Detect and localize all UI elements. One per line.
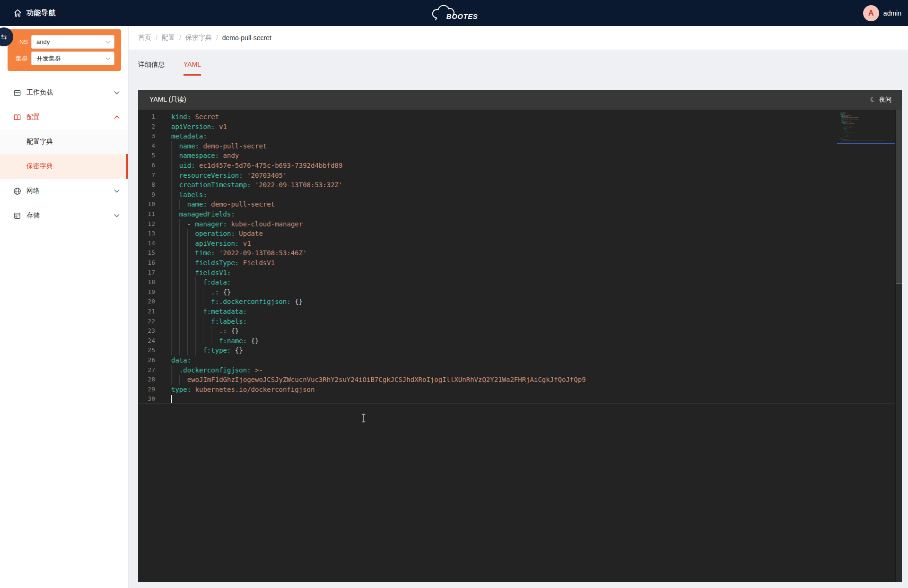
line-number: 27: [138, 365, 155, 375]
line-number: 22: [138, 317, 155, 327]
line-number: 15: [138, 248, 155, 258]
code-lines: 1kind: Secret2apiVersion: v13metadata:4 …: [138, 112, 895, 410]
line-number: 10: [138, 199, 155, 209]
code-line: 8 creationTimestamp: '2022-09-13T08:53:3…: [138, 180, 895, 190]
breadcrumb-current: demo-pull-secret: [222, 34, 271, 42]
code-line: 9 labels:: [138, 190, 895, 200]
sidebar-item-label: 保密字典: [26, 162, 128, 171]
code-line: 24 f:name: {}: [138, 336, 895, 346]
code-line: 25 f:type: {}: [138, 346, 895, 355]
line-number: 28: [138, 375, 155, 385]
sidebar-menu: 工作负载 配置 配置字典 保密字典 网络 存储: [0, 80, 128, 228]
code-line: 19 .: {}: [138, 287, 895, 297]
line-number: 24: [138, 336, 155, 346]
line-number: 7: [138, 171, 155, 181]
line-number: 8: [138, 180, 155, 190]
cluster-select-value: 开发集群: [36, 55, 61, 62]
line-number: 14: [138, 239, 155, 249]
breadcrumb-config[interactable]: 配置: [162, 34, 175, 42]
sidebar-item-label: 配置: [26, 113, 114, 121]
breadcrumb-home[interactable]: 首页: [138, 34, 151, 42]
code-line: 16 fieldsType: FieldsV1: [138, 258, 895, 268]
cluster-select[interactable]: 开发集群: [31, 52, 114, 65]
line-number: 26: [138, 355, 155, 365]
avatar[interactable]: A: [863, 5, 879, 21]
code-line: 14 apiVersion: v1: [138, 239, 895, 249]
sidebar-item-workload[interactable]: 工作负载: [0, 80, 128, 105]
line-number: 29: [138, 385, 155, 395]
storage-icon: [13, 212, 22, 220]
editor-scrollbar[interactable]: [895, 110, 902, 582]
night-mode-label: 夜间: [879, 95, 891, 104]
code-line: 5 namespace: andy: [138, 151, 895, 161]
namespace-select[interactable]: andy: [31, 35, 114, 49]
sidebar-item-label: 工作负载: [26, 88, 114, 97]
line-number: 2: [138, 122, 155, 132]
yaml-editor-panel: YAML (只读) ☾ 夜间 1kind: Secret2apiVersion:…: [138, 90, 902, 582]
code-line: 26data:: [138, 355, 895, 365]
code-line: 11 managedFields:: [138, 209, 895, 219]
sidebar: ⇆ NS andy 集群 开发集群 工作负载 配置: [0, 26, 129, 588]
code-line: 22 f:labels:: [138, 317, 895, 327]
config-submenu: 配置字典 保密字典: [0, 130, 128, 179]
chevron-up-icon: [114, 115, 120, 119]
chevron-down-icon: [105, 57, 111, 61]
line-number: 16: [138, 258, 155, 268]
main-content: 详细信息 YAML YAML (只读) ☾ 夜间 1kind: Secret2a…: [129, 50, 908, 588]
nav-home[interactable]: 功能导航: [13, 0, 56, 26]
line-number: 4: [138, 141, 155, 151]
sidebar-item-label: 配置字典: [26, 138, 128, 146]
sidebar-item-secret[interactable]: 保密字典: [0, 154, 128, 179]
line-number: 21: [138, 307, 155, 317]
line-number: 1: [138, 112, 155, 122]
minimap[interactable]: kind: SecretapiVersion: v1metadata: name…: [837, 112, 895, 155]
sidebar-item-config[interactable]: 配置: [0, 105, 128, 130]
code-line: 15 time: '2022-09-13T08:53:46Z': [138, 248, 895, 258]
workload-icon: [13, 89, 22, 97]
cluster-label: 集群: [8, 54, 31, 63]
code-line: 21 f:metadata:: [138, 307, 895, 317]
chevron-down-icon: [114, 189, 120, 193]
sidebar-item-network[interactable]: 网络: [0, 179, 128, 203]
line-number: 5: [138, 151, 155, 161]
user-menu[interactable]: A admin: [863, 0, 901, 26]
tab-yaml[interactable]: YAML: [183, 61, 201, 76]
code-line: 1kind: Secret: [138, 112, 895, 122]
sidebar-item-storage[interactable]: 存储: [0, 203, 128, 228]
namespace-select-value: andy: [36, 38, 50, 45]
home-icon: [13, 9, 22, 17]
sidebar-item-label: 网络: [26, 187, 114, 195]
top-nav: 功能导航 BOOTES A admin: [0, 0, 908, 26]
detail-tabs: 详细信息 YAML: [129, 50, 908, 76]
sidebar-item-configmap[interactable]: 配置字典: [0, 130, 128, 154]
breadcrumb-separator: /: [156, 34, 157, 42]
scrollbar-thumb[interactable]: [896, 110, 902, 284]
line-number: 25: [138, 346, 155, 355]
code-line: 29type: kubernetes.io/dockerconfigjson: [138, 385, 895, 395]
line-number: 18: [138, 277, 155, 287]
chevron-down-icon: [114, 214, 120, 217]
breadcrumb: 首页 / 配置 / 保密字典 / demo-pull-secret: [129, 26, 908, 50]
nav-title: 功能导航: [26, 9, 56, 17]
line-number: 19: [138, 287, 155, 297]
network-icon: [13, 187, 22, 195]
code-line: 27 .dockerconfigjson: >-: [138, 365, 895, 375]
code-line: 10 name: demo-pull-secret: [138, 199, 895, 209]
logo-text: BOOTES: [446, 12, 478, 20]
code-line: 6 uid: ec1d457e-5d76-475c-b693-7392d4bbf…: [138, 161, 895, 171]
text-caret: [171, 395, 172, 403]
line-number: 12: [138, 219, 155, 229]
breadcrumb-secret-dict[interactable]: 保密字典: [185, 34, 212, 42]
breadcrumb-separator: /: [179, 34, 181, 42]
code-line: 13 operation: Update: [138, 229, 895, 239]
editor-header: YAML (只读) ☾ 夜间: [138, 90, 902, 110]
night-mode-toggle[interactable]: ☾ 夜间: [870, 95, 891, 104]
tab-details[interactable]: 详细信息: [138, 61, 165, 76]
code-line: 23 .: {}: [138, 326, 895, 336]
editor-title: YAML (只读): [149, 95, 186, 104]
line-number: 23: [138, 326, 155, 336]
code-area[interactable]: 1kind: Secret2apiVersion: v13metadata:4 …: [138, 110, 902, 582]
code-line: 30: [138, 394, 895, 404]
line-number: 17: [138, 268, 155, 278]
code-line: 20 f:.dockerconfigjson: {}: [138, 297, 895, 307]
